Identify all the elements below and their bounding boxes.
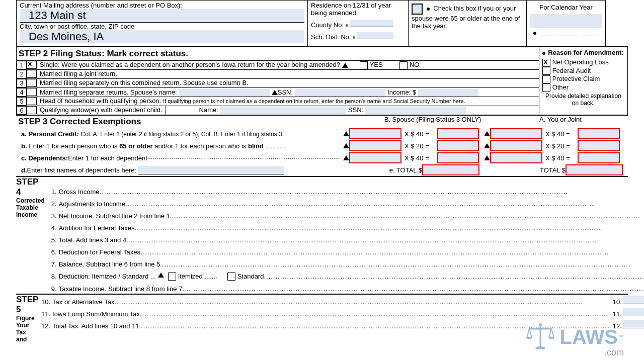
reason-nol-checkbox[interactable] [542, 59, 550, 67]
reason-other: Other [552, 83, 569, 91]
status-6-checkbox[interactable] [27, 106, 37, 114]
status-num-4: 4 [17, 88, 27, 97]
step3-a-b-result[interactable] [437, 128, 479, 139]
step3-c-a-input[interactable] [490, 152, 542, 163]
step3-c-b-result[interactable] [437, 152, 479, 163]
county-label: County No: [311, 21, 344, 29]
triangle-icon [343, 143, 349, 148]
step3-d-text: Enter first names of dependents here: [27, 166, 137, 174]
triangle-icon [484, 143, 490, 148]
qualifying-ssn-input[interactable] [365, 106, 466, 114]
line-number: 8. [45, 273, 59, 280]
county-input[interactable] [350, 20, 393, 27]
step3-b-text2: and/or 1 for each person who is [154, 142, 248, 150]
step3-a-mult-a: X $ 40 = [542, 130, 578, 138]
form-line: 9.Taxable Income. Subtract line 8 from l… [45, 282, 644, 294]
form-line: 10.Tax or Alternative Tax 10..00.00 [38, 295, 644, 307]
itemized-checkbox[interactable] [168, 273, 176, 281]
form-line: 5.Total. Add lines 3 and 4. 5..00.00 [45, 233, 644, 245]
step3-total-label: TOTAL $ [540, 166, 566, 174]
line-description: Adjustments to Income [59, 200, 644, 208]
age-65-checkbox[interactable] [412, 4, 423, 15]
reason-other-checkbox[interactable] [542, 83, 550, 92]
line-number: 1. [45, 188, 59, 196]
yes-checkbox[interactable] [360, 61, 368, 69]
col-b-input[interactable] [623, 320, 644, 328]
step3-a-a-input[interactable] [490, 128, 542, 139]
step3-a-text: Col. A: Enter 1 (enter 2 if filing statu… [81, 131, 282, 138]
reason-audit-checkbox[interactable] [542, 67, 550, 75]
step3-a-a-result[interactable] [578, 128, 620, 139]
step3-c-mult-a: X $ 40 = [542, 154, 578, 162]
school-input[interactable] [357, 32, 393, 39]
form-line: 1.Gross Income 1..00.00 [45, 185, 644, 197]
svg-point-2 [526, 337, 532, 339]
status-6-name-label: Name: [199, 106, 218, 115]
step3-b-b-input[interactable] [349, 140, 401, 151]
step3-b-text: Enter 1 for each person who is [29, 142, 119, 150]
triangle-icon [343, 131, 349, 136]
spouse-name-input[interactable] [179, 88, 270, 97]
step3-e-total-b[interactable] [422, 164, 479, 175]
city-label: City, town or post office, state, ZIP co… [20, 23, 304, 30]
status-3-checkbox[interactable] [27, 79, 37, 87]
step3-a-b-input[interactable] [349, 128, 401, 139]
triangle-icon [272, 90, 278, 95]
mailing-address-label: Current Mailing address (number and stre… [20, 2, 304, 9]
line-number: 3. [45, 212, 59, 220]
step3-c-b-input[interactable] [349, 152, 401, 163]
line-description: Gross Income [59, 188, 644, 196]
step3-b-mult-a: X $ 20 = [542, 142, 578, 150]
standard-checkbox[interactable] [227, 273, 235, 281]
line-description: Deduction: Itemized / Standard ...Itemiz… [59, 273, 644, 281]
step3-b-label: b. [21, 142, 27, 150]
step2-title: STEP 2 Filing Status: Mark correct statu… [17, 47, 539, 60]
calendar-year-input[interactable] [530, 14, 602, 28]
spouse-ssn-input[interactable] [295, 88, 385, 97]
step3-e-label: e. TOTAL $ [389, 166, 422, 174]
svg-point-5 [539, 323, 542, 326]
status-4-income: Income: $ [387, 88, 416, 96]
no-checkbox[interactable] [399, 61, 408, 69]
step3-a-mult-b: X $ 40 = [401, 130, 437, 138]
status-5-checkbox[interactable] [27, 97, 37, 105]
status-6-text: Qualifying widow(er) with dependent chil… [37, 106, 166, 115]
step3-a-label: a. Personal Credit: [21, 130, 79, 138]
line-number: 10. [38, 298, 52, 306]
step3-b-b-result[interactable] [437, 140, 479, 151]
status-2-checkbox[interactable] [27, 70, 37, 78]
status-3-text: Married filing separately on this combin… [37, 79, 539, 87]
school-label: Sch. Dist. No: [311, 33, 351, 41]
reason-nol: Net Operating Loss [552, 58, 609, 66]
step3-b-a-input[interactable] [490, 140, 542, 151]
bullet-icon [533, 32, 536, 35]
step3-joint-header: A. You or Joint [503, 116, 628, 128]
status-num-6: 6 [17, 106, 27, 115]
step3-title: STEP 3 Corrected Exemptions [16, 116, 362, 128]
step3-c-a-result[interactable] [578, 152, 620, 163]
status-1-checkbox[interactable] [27, 61, 37, 69]
status-4-checkbox[interactable] [27, 88, 37, 96]
col-b-input[interactable] [623, 308, 644, 316]
calendar-year-label: For Calendar Year [530, 4, 602, 11]
form-line: 6.Deduction for Federal Taxes 6..00.00 [45, 245, 644, 257]
dependents-names-input[interactable] [138, 166, 284, 174]
step3-c-label: c. Dependents: [21, 154, 68, 162]
form-line: 8.Deduction: Itemized / Standard ...Item… [45, 269, 644, 282]
bullet-icon [346, 24, 348, 27]
triangle-icon [484, 155, 490, 160]
qualifying-name-input[interactable] [220, 106, 346, 114]
line-number: 7. [45, 260, 59, 268]
reason-protective-checkbox[interactable] [542, 75, 550, 83]
step3-b-a-result[interactable] [578, 140, 620, 151]
step3-c-text: Enter 1 for each dependent [68, 154, 147, 162]
status-5-text: Head of household with qualifying person… [40, 97, 161, 105]
step3-total-a[interactable] [566, 164, 623, 175]
city-value[interactable]: Des Moines, IA [20, 30, 304, 43]
mailing-address-value[interactable]: 123 Main st [20, 9, 304, 22]
status-num-5: 5 [17, 97, 27, 106]
spouse-income-input[interactable] [418, 88, 478, 97]
col-b-input[interactable] [623, 296, 644, 304]
line-number: 6. [45, 248, 59, 256]
step5-subtitle: Figure Your Tax and [16, 315, 38, 343]
